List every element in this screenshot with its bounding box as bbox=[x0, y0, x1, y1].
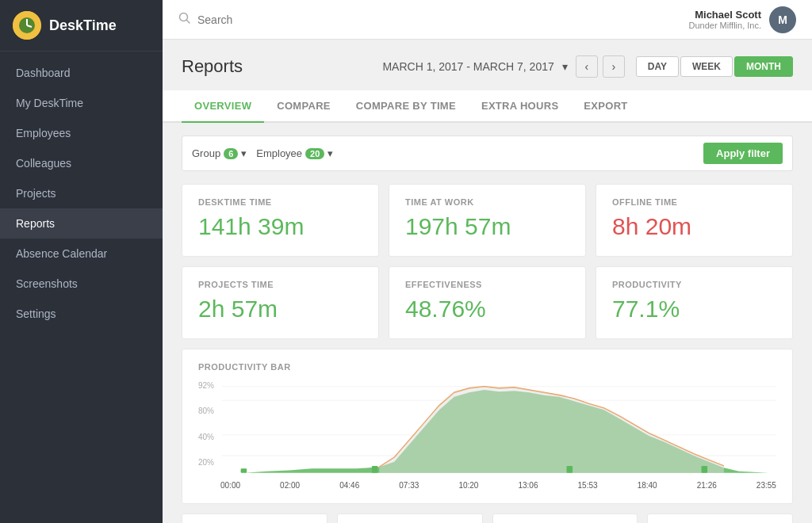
x-label-2126: 21:26 bbox=[697, 481, 717, 490]
search-input[interactable] bbox=[197, 13, 356, 26]
chart-card: PRODUCTIVITY BAR 92% 80% 40% 20% bbox=[182, 349, 793, 504]
x-label-0446: 04:46 bbox=[339, 481, 359, 490]
user-area: Michael Scott Dunder Mifflin, Inc. M bbox=[688, 6, 796, 33]
stat-desktime-time-label: DESKTIME TIME bbox=[198, 197, 362, 207]
svg-rect-15 bbox=[702, 466, 708, 473]
employee-filter-badge: 20 bbox=[305, 148, 324, 159]
prev-period-button[interactable]: ‹ bbox=[576, 55, 598, 78]
stat-offline-time-value: 8h 20m bbox=[612, 213, 776, 240]
bottom-row: MOST PRODUCTIVE Darryl Philbin MOST UNPR… bbox=[182, 513, 793, 523]
stat-effectiveness-label: EFFECTIVENESS bbox=[405, 280, 569, 289]
employee-filter-chevron: ▾ bbox=[327, 147, 333, 159]
tab-extra-hours[interactable]: EXTRA HOURS bbox=[469, 90, 571, 123]
view-buttons: DAY WEEK MONTH bbox=[636, 56, 793, 77]
date-range-wrap: MARCH 1, 2017 - MARCH 7, 2017 ▾ ‹ › DAY … bbox=[382, 55, 793, 78]
stat-productivity-label: PRODUCTIVITY bbox=[612, 280, 776, 289]
date-range-label: MARCH 1, 2017 - MARCH 7, 2017 bbox=[382, 60, 553, 73]
stat-effectiveness: EFFECTIVENESS 48.76% bbox=[389, 266, 586, 339]
chart-x-labels: 00:00 02:00 04:46 07:33 10:20 13:06 15:5… bbox=[198, 481, 776, 490]
sidebar-item-settings[interactable]: Settings bbox=[0, 299, 163, 329]
main-content: Michael Scott Dunder Mifflin, Inc. M Rep… bbox=[163, 0, 812, 523]
sidebar-item-dashboard[interactable]: Dashboard bbox=[0, 58, 163, 88]
sidebar-item-absence-calendar[interactable]: Absence Calendar bbox=[0, 239, 163, 269]
stat-productivity: PRODUCTIVITY 77.1% bbox=[596, 266, 793, 339]
user-company: Dunder Mifflin, Inc. bbox=[688, 21, 761, 30]
group-filter-chevron: ▾ bbox=[241, 147, 247, 159]
tabs: OVERVIEW COMPARE COMPARE BY TIME EXTRA H… bbox=[163, 90, 812, 123]
y-label-40: 40% bbox=[198, 433, 222, 441]
view-day-button[interactable]: DAY bbox=[636, 56, 679, 77]
group-filter-button[interactable]: Group 6 ▾ bbox=[192, 147, 247, 159]
tab-compare-by-time[interactable]: COMPARE BY TIME bbox=[343, 90, 469, 123]
svg-rect-14 bbox=[567, 466, 573, 473]
bottom-card-total-desktime: TOTAL DESKTIME TIME Meredith Palmer bbox=[647, 513, 793, 523]
page-title: Reports bbox=[182, 56, 243, 77]
stat-projects-time-value: 2h 57m bbox=[198, 296, 362, 323]
apply-filter-button[interactable]: Apply filter bbox=[703, 143, 783, 164]
y-label-92: 92% bbox=[198, 381, 222, 390]
y-label-80: 80% bbox=[198, 407, 222, 415]
sidebar-item-screenshots[interactable]: Screenshots bbox=[0, 269, 163, 299]
x-label-1840: 18:40 bbox=[638, 481, 657, 490]
logo-area: DeskTime bbox=[0, 0, 163, 52]
group-filter-label: Group bbox=[192, 147, 220, 159]
bottom-card-most-unproductive: MOST UNPRODUCTIVE Meredith Palmer bbox=[337, 513, 483, 523]
employee-filter-button[interactable]: Employee 20 ▾ bbox=[256, 147, 333, 159]
bottom-card-most-productive: MOST PRODUCTIVE Darryl Philbin bbox=[182, 513, 327, 523]
topbar: Michael Scott Dunder Mifflin, Inc. M bbox=[163, 0, 812, 40]
stat-projects-time-label: PROJECTS TIME bbox=[198, 280, 362, 289]
view-week-button[interactable]: WEEK bbox=[680, 56, 733, 77]
tab-overview[interactable]: OVERVIEW bbox=[182, 90, 264, 123]
stat-offline-time-label: OFFLINE TIME bbox=[612, 197, 776, 207]
logo-text: DeskTime bbox=[49, 17, 117, 34]
x-label-2355: 23:55 bbox=[756, 481, 776, 490]
productivity-chart bbox=[222, 380, 776, 475]
x-label-1306: 13:06 bbox=[518, 481, 538, 490]
svg-rect-13 bbox=[372, 466, 378, 473]
stats-row-1: DESKTIME TIME 141h 39m TIME AT WORK 197h… bbox=[182, 184, 793, 257]
avatar[interactable]: M bbox=[769, 6, 796, 33]
filter-bar: Group 6 ▾ Employee 20 ▾ Apply filter bbox=[182, 136, 793, 171]
stat-desktime-time: DESKTIME TIME 141h 39m bbox=[182, 184, 379, 257]
stat-time-at-work-value: 197h 57m bbox=[405, 213, 569, 240]
chart-area: 92% 80% 40% 20% bbox=[198, 380, 776, 491]
sidebar-item-projects[interactable]: Projects bbox=[0, 178, 163, 208]
tab-compare[interactable]: COMPARE bbox=[264, 90, 343, 123]
search-icon bbox=[178, 12, 191, 28]
chart-title: PRODUCTIVITY BAR bbox=[198, 362, 776, 372]
x-label-1553: 15:53 bbox=[578, 481, 598, 490]
svg-rect-12 bbox=[241, 468, 247, 472]
stats-row-2: PROJECTS TIME 2h 57m EFFECTIVENESS 48.76… bbox=[182, 266, 793, 339]
employee-filter-label: Employee bbox=[256, 147, 302, 159]
stat-offline-time: OFFLINE TIME 8h 20m bbox=[596, 184, 793, 257]
view-month-button[interactable]: MONTH bbox=[734, 56, 793, 77]
nav-list: Dashboard My DeskTime Employees Colleagu… bbox=[0, 52, 163, 523]
stat-projects-time: PROJECTS TIME 2h 57m bbox=[182, 266, 379, 339]
sidebar: DeskTime Dashboard My DeskTime Employees… bbox=[0, 0, 163, 523]
user-name: Michael Scott bbox=[688, 9, 761, 21]
tab-export[interactable]: EXPORT bbox=[571, 90, 640, 123]
stat-effectiveness-value: 48.76% bbox=[405, 296, 569, 323]
x-label-0000: 00:00 bbox=[220, 481, 240, 490]
sidebar-item-employees[interactable]: Employees bbox=[0, 118, 163, 148]
content-area: Reports MARCH 1, 2017 - MARCH 7, 2017 ▾ … bbox=[163, 40, 812, 523]
bottom-card-most-effective: MOST EFFECTIVE Darryl Philbin bbox=[492, 513, 638, 523]
user-info: Michael Scott Dunder Mifflin, Inc. bbox=[688, 9, 761, 30]
date-dropdown-button[interactable]: ▾ bbox=[559, 59, 571, 74]
sidebar-item-my-desktime[interactable]: My DeskTime bbox=[0, 88, 163, 118]
stat-productivity-value: 77.1% bbox=[612, 296, 776, 323]
stat-time-at-work: TIME AT WORK 197h 57m bbox=[389, 184, 586, 257]
svg-marker-11 bbox=[379, 387, 724, 473]
stat-desktime-time-value: 141h 39m bbox=[198, 213, 362, 240]
logo-icon bbox=[13, 11, 41, 40]
reports-header: Reports MARCH 1, 2017 - MARCH 7, 2017 ▾ … bbox=[182, 55, 793, 78]
next-period-button[interactable]: › bbox=[603, 55, 625, 78]
stat-time-at-work-label: TIME AT WORK bbox=[405, 197, 569, 207]
group-filter-badge: 6 bbox=[224, 148, 238, 159]
x-label-1020: 10:20 bbox=[458, 481, 478, 490]
sidebar-item-colleagues[interactable]: Colleagues bbox=[0, 148, 163, 178]
sidebar-item-reports[interactable]: Reports bbox=[0, 208, 163, 239]
x-label-0200: 02:00 bbox=[280, 481, 300, 490]
y-label-20: 20% bbox=[198, 458, 222, 467]
x-label-0733: 07:33 bbox=[399, 481, 419, 490]
